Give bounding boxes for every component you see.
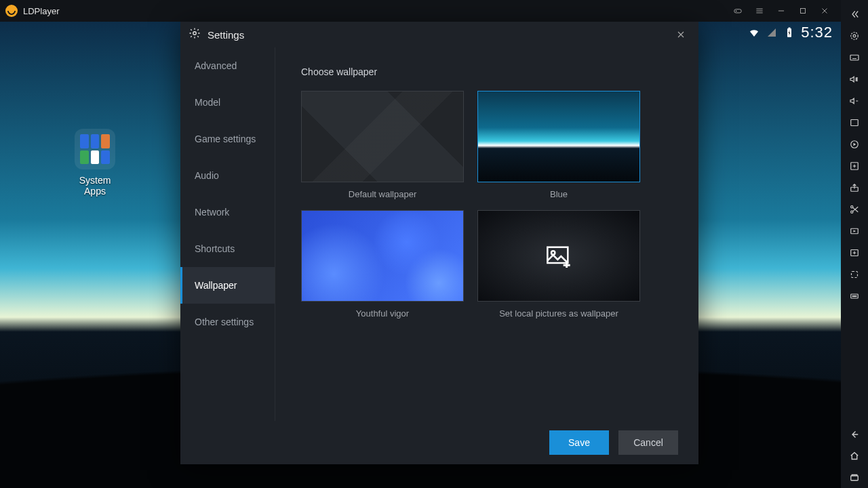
- system-apps-label: System Apps: [68, 175, 122, 197]
- ldplayer-logo-icon: [5, 5, 18, 17]
- folder-icon: [75, 129, 115, 169]
- battery-charging-icon: [783, 26, 795, 39]
- scissors-icon[interactable]: [844, 199, 865, 220]
- install-apk-icon[interactable]: [844, 156, 865, 176]
- sidebar-item-advanced[interactable]: Advanced: [180, 47, 275, 84]
- dialog-title: Settings: [208, 29, 244, 41]
- wallpaper-option-default[interactable]: Default wallpaper: [301, 91, 464, 199]
- svg-point-17: [856, 296, 856, 296]
- mini-app-icon: [101, 134, 110, 148]
- no-sim-icon: [766, 26, 778, 39]
- wifi-icon: [748, 26, 760, 39]
- svg-point-2: [851, 33, 859, 40]
- mini-app-icon: [91, 150, 100, 165]
- svg-point-15: [852, 296, 853, 296]
- sidebar-item-audio[interactable]: Audio: [180, 157, 275, 194]
- app-title: LDPlayer: [23, 6, 59, 16]
- wallpaper-thumbnail: [301, 91, 464, 182]
- svg-rect-13: [852, 272, 858, 278]
- sidebar-item-network[interactable]: Network: [180, 194, 275, 230]
- operation-record-icon[interactable]: [844, 243, 865, 263]
- svg-rect-18: [851, 476, 859, 481]
- sync-icon[interactable]: [844, 134, 865, 155]
- back-icon[interactable]: [844, 424, 865, 445]
- wallpaper-thumbnail: [477, 91, 640, 182]
- dialog-footer: Save Cancel: [180, 421, 698, 464]
- toolbar-settings-gear-icon[interactable]: [844, 26, 865, 46]
- home-icon[interactable]: [844, 446, 865, 466]
- svg-rect-20: [789, 28, 791, 29]
- wallpaper-label: Youthful vigor: [301, 308, 464, 319]
- wallpaper-option-vigor[interactable]: Youthful vigor: [301, 210, 464, 319]
- mini-app-icon: [80, 134, 89, 148]
- svg-point-3: [853, 35, 856, 37]
- keyboard-icon[interactable]: [844, 47, 865, 68]
- cancel-button[interactable]: Cancel: [618, 430, 678, 455]
- right-toolbar: [841, 0, 868, 488]
- maximize-button[interactable]: [792, 0, 814, 22]
- wallpaper-option-blue[interactable]: Blue: [477, 91, 640, 199]
- app-titlebar: LDPlayer: [0, 0, 841, 22]
- close-button[interactable]: [814, 0, 835, 22]
- fullscreen-icon[interactable]: [844, 113, 865, 133]
- mini-app-icon: [91, 134, 100, 148]
- clock-text: 5:32: [801, 24, 833, 41]
- svg-rect-0: [734, 9, 742, 13]
- settings-dialog: Settings AdvancedModelGame settingsAudio…: [180, 22, 698, 464]
- wallpaper-thumbnail: [477, 210, 640, 302]
- sidebar-item-game-settings[interactable]: Game settings: [180, 121, 275, 157]
- recents-icon[interactable]: [844, 468, 865, 488]
- gear-icon: [189, 27, 201, 42]
- volume-down-icon[interactable]: [844, 91, 865, 111]
- wallpaper-label: Blue: [477, 189, 640, 199]
- settings-sidebar: AdvancedModelGame settingsAudioNetworkSh…: [180, 47, 275, 421]
- sidebar-item-other-settings[interactable]: Other settings: [180, 304, 275, 340]
- collapse-toolbar-icon[interactable]: [844, 4, 865, 24]
- svg-point-9: [851, 206, 853, 208]
- mini-app-icon: [80, 150, 89, 165]
- system-apps-folder[interactable]: System Apps: [68, 129, 122, 197]
- svg-rect-5: [851, 120, 859, 126]
- gamepad-icon[interactable]: [727, 0, 749, 22]
- more-icon[interactable]: [844, 286, 865, 306]
- svg-point-16: [854, 296, 854, 296]
- volume-up-icon[interactable]: [844, 69, 865, 89]
- wallpaper-thumbnail: [301, 210, 464, 302]
- wallpaper-option-local[interactable]: Set local pictures as wallpaper: [477, 210, 640, 319]
- svg-point-21: [193, 32, 197, 35]
- dialog-header: Settings: [180, 22, 698, 47]
- svg-rect-1: [801, 9, 806, 14]
- sidebar-item-shortcuts[interactable]: Shortcuts: [180, 230, 275, 267]
- save-button[interactable]: Save: [549, 430, 609, 455]
- rotate-icon[interactable]: [844, 264, 865, 285]
- android-status-bar: 5:32: [748, 22, 841, 43]
- share-icon[interactable]: [844, 178, 865, 198]
- minimize-button[interactable]: [770, 0, 792, 22]
- settings-content: Choose wallpaper Default wallpaperBlueYo…: [275, 47, 698, 421]
- sidebar-item-model[interactable]: Model: [180, 84, 275, 121]
- mini-app-icon: [101, 150, 110, 165]
- section-heading: Choose wallpaper: [301, 66, 673, 77]
- sidebar-item-wallpaper[interactable]: Wallpaper: [180, 267, 275, 304]
- dialog-close-button[interactable]: [671, 25, 690, 44]
- wallpaper-label: Set local pictures as wallpaper: [477, 308, 640, 319]
- record-icon[interactable]: [844, 221, 865, 241]
- wallpaper-grid: Default wallpaperBlueYouthful vigorSet l…: [301, 91, 673, 319]
- menu-icon[interactable]: [749, 0, 770, 22]
- svg-rect-4: [850, 55, 859, 60]
- wallpaper-label: Default wallpaper: [301, 189, 464, 199]
- svg-point-10: [851, 211, 853, 213]
